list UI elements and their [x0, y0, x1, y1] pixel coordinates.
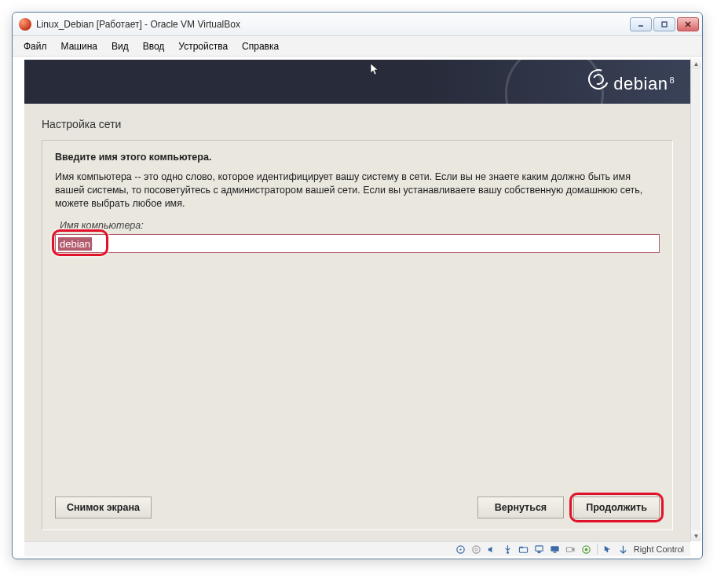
debian-swirl-icon: [585, 66, 613, 93]
description-text: Имя компьютера -- это одно слово, которо…: [55, 170, 652, 211]
virtualbox-window: Linux_Debian [Работает] - Oracle VM Virt…: [12, 12, 703, 559]
installer-panel: Настройка сети Введите имя этого компьют…: [24, 104, 690, 541]
svg-rect-1: [662, 22, 667, 27]
mouse-integration-icon[interactable]: [602, 544, 613, 555]
section-title: Настройка сети: [42, 118, 673, 130]
continue-button[interactable]: Продолжить: [573, 497, 660, 519]
hard-disk-icon[interactable]: [455, 544, 466, 555]
svg-rect-12: [538, 552, 541, 553]
svg-rect-10: [520, 546, 524, 548]
svg-rect-9: [520, 547, 528, 552]
window-title: Linux_Debian [Работает] - Oracle VM Virt…: [36, 19, 630, 30]
shared-folders-icon[interactable]: [518, 544, 529, 555]
virtualbox-icon: [19, 18, 31, 31]
svg-point-17: [585, 548, 588, 551]
scroll-track[interactable]: [691, 69, 701, 530]
menu-view[interactable]: Вид: [105, 38, 135, 54]
continue-button-label: Продолжить: [586, 502, 647, 513]
display-icon[interactable]: [550, 544, 561, 555]
svg-point-5: [460, 548, 462, 550]
window-titlebar[interactable]: Linux_Debian [Работает] - Oracle VM Virt…: [13, 13, 702, 36]
debian-logo: debian8: [588, 69, 675, 94]
screenshot-button[interactable]: Снимок экрана: [55, 497, 152, 519]
network-icon[interactable]: [534, 544, 545, 555]
menu-help[interactable]: Справка: [236, 38, 285, 54]
optical-drive-icon[interactable]: [471, 544, 482, 555]
maximize-button[interactable]: [653, 17, 675, 31]
svg-rect-13: [551, 546, 559, 552]
debian-banner: debian8: [24, 60, 690, 104]
menu-devices[interactable]: Устройства: [172, 38, 234, 54]
menu-machine[interactable]: Машина: [55, 38, 104, 54]
features-icon[interactable]: [581, 544, 592, 555]
window-controls: [630, 17, 699, 31]
content-panel: Введите имя этого компьютера. Имя компью…: [42, 140, 673, 530]
cursor-icon: [370, 63, 379, 80]
back-button[interactable]: Вернуться: [477, 497, 564, 519]
virtualbox-statusbar: Right Control: [24, 541, 690, 556]
scroll-down-arrow-icon[interactable]: ▼: [691, 530, 701, 541]
host-key-label: Right Control: [634, 544, 684, 554]
svg-rect-15: [567, 547, 573, 552]
button-row: Снимок экрана Вернуться Продолжить: [55, 487, 660, 519]
menu-file[interactable]: Файл: [17, 38, 53, 54]
hostname-label: Имя компьютера:: [60, 220, 660, 231]
svg-point-7: [475, 548, 477, 550]
prompt-text: Введите имя этого компьютера.: [55, 152, 660, 163]
minimize-button[interactable]: [630, 17, 652, 31]
scroll-up-arrow-icon[interactable]: ▲: [691, 58, 701, 69]
hostname-input[interactable]: [55, 234, 660, 253]
usb-icon[interactable]: [503, 544, 514, 555]
video-capture-icon[interactable]: [565, 544, 576, 555]
host-key-icon[interactable]: [618, 544, 629, 555]
menubar: Файл Машина Вид Ввод Устройства Справка: [13, 36, 702, 57]
audio-icon[interactable]: [487, 544, 498, 555]
menu-input[interactable]: Ввод: [137, 38, 171, 54]
svg-rect-14: [554, 552, 557, 552]
svg-point-6: [473, 545, 480, 552]
close-button[interactable]: [677, 17, 699, 31]
vertical-scrollbar[interactable]: ▲ ▼: [690, 58, 701, 541]
debian-brand-text: debian8: [613, 74, 675, 94]
svg-rect-8: [507, 552, 509, 553]
vm-display-area: debian8 Настройка сети Введите имя этого…: [24, 60, 690, 541]
hostname-input-wrap: debian: [55, 234, 660, 253]
svg-rect-11: [536, 545, 543, 551]
status-separator: [597, 544, 598, 555]
